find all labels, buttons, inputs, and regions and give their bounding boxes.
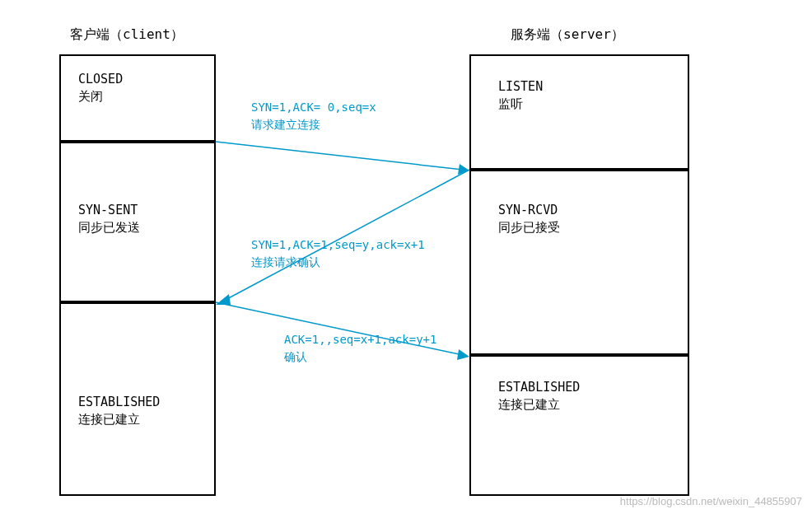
server-synrcvd-cn: 同步已接受 [498, 220, 560, 235]
msg1-label: SYN=1,ACK= 0,seq=x 请求建立连接 [251, 99, 376, 133]
msg1-params: SYN=1,ACK= 0,seq=x [251, 100, 376, 114]
client-closed-en: CLOSED [78, 72, 123, 86]
server-state-established-box [469, 355, 689, 496]
watermark: https://blog.csdn.net/weixin_44855907 [620, 495, 802, 507]
arrow-syn [216, 142, 463, 170]
msg2-desc: 连接请求确认 [251, 255, 320, 269]
client-est-en: ESTABLISHED [78, 395, 160, 409]
msg2-params: SYN=1,ACK=1,seq=y,ack=x+1 [251, 238, 425, 251]
arrowhead-synack [216, 294, 231, 305]
client-est-cn: 连接已建立 [78, 412, 140, 427]
server-listen-cn: 监听 [498, 96, 523, 111]
arrowhead-ack [457, 349, 469, 360]
server-state-listen: LISTEN 监听 [498, 78, 543, 113]
server-listen-en: LISTEN [498, 79, 543, 94]
server-header: 服务端（server） [511, 26, 624, 44]
client-state-synsent: SYN-SENT 同步已发送 [78, 202, 140, 236]
msg1-desc: 请求建立连接 [251, 118, 320, 131]
client-synsent-en: SYN-SENT [78, 203, 138, 217]
server-state-established: ESTABLISHED 连接已建立 [498, 379, 580, 414]
msg3-params: ACK=1,,seq=x+1,ack=y+1 [284, 333, 436, 346]
msg3-desc: 确认 [284, 350, 307, 363]
server-est-cn: 连接已建立 [498, 397, 560, 412]
arrow-synack [222, 170, 469, 301]
server-state-synrcvd-box [469, 170, 689, 355]
client-synsent-cn: 同步已发送 [78, 220, 140, 235]
msg2-label: SYN=1,ACK=1,seq=y,ack=x+1 连接请求确认 [251, 236, 425, 271]
server-synrcvd-en: SYN-RCVD [498, 203, 558, 217]
arrowhead-syn [458, 164, 469, 175]
client-closed-cn: 关闭 [78, 89, 103, 104]
server-state-synrcvd: SYN-RCVD 同步已接受 [498, 202, 560, 236]
msg3-label: ACK=1,,seq=x+1,ack=y+1 确认 [284, 331, 436, 366]
client-state-established: ESTABLISHED 连接已建立 [78, 394, 160, 428]
client-header: 客户端（client） [70, 26, 184, 44]
client-state-closed: CLOSED 关闭 [78, 71, 123, 105]
server-est-en: ESTABLISHED [498, 380, 580, 395]
